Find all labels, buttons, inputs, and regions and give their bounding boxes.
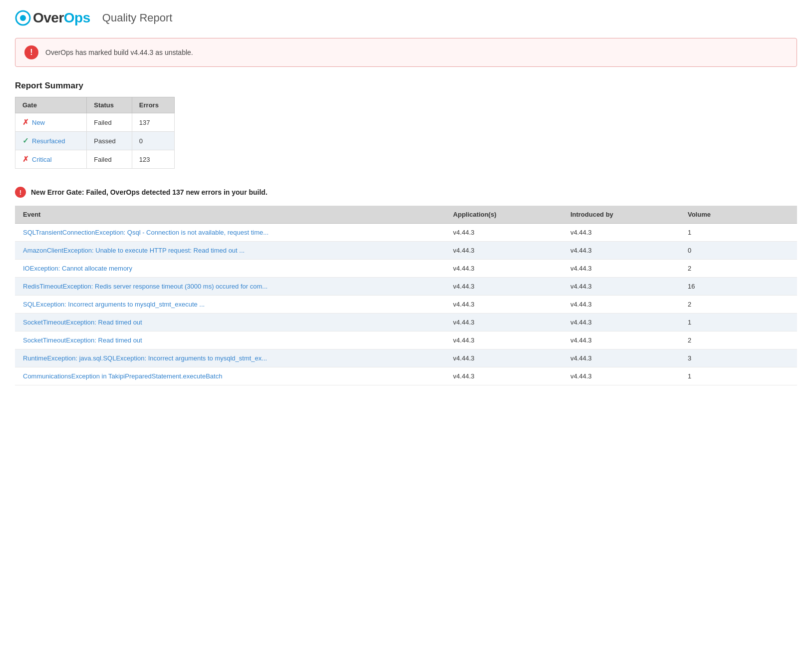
event-intro-cell: v4.44.3 bbox=[562, 296, 680, 314]
event-app-cell: v4.44.3 bbox=[445, 331, 562, 349]
events-col-intro: Introduced by bbox=[562, 206, 680, 224]
event-volume-cell: 16 bbox=[680, 278, 797, 296]
event-app-cell: v4.44.3 bbox=[445, 260, 562, 278]
summary-col-status: Status bbox=[87, 97, 132, 113]
event-link[interactable]: SocketTimeoutException: Read timed out bbox=[23, 319, 142, 326]
summary-status-cell: Failed bbox=[87, 150, 132, 169]
summary-gate-cell: ✗ New bbox=[15, 113, 87, 132]
events-col-volume: Volume bbox=[680, 206, 797, 224]
report-summary-section: Report Summary Gate Status Errors ✗ New … bbox=[15, 81, 797, 169]
event-row: IOException: Cannot allocate memoryv4.44… bbox=[15, 260, 797, 278]
event-volume-cell: 1 bbox=[680, 224, 797, 242]
summary-row: ✗ Critical Failed123 bbox=[15, 150, 175, 169]
summary-gate-cell: ✓ Resurfaced bbox=[15, 132, 87, 150]
event-cell: AmazonClientException: Unable to execute… bbox=[15, 242, 445, 260]
summary-status-cell: Passed bbox=[87, 132, 132, 150]
event-row: SocketTimeoutException: Read timed outv4… bbox=[15, 314, 797, 331]
alert-message: OverOps has marked build v4.44.3 as unst… bbox=[45, 48, 193, 56]
page-header: OverOps Quality Report bbox=[15, 10, 797, 26]
event-link[interactable]: RedisTimeoutException: Redis server resp… bbox=[23, 283, 268, 290]
event-row: CommunicationsException in TakipiPrepare… bbox=[15, 367, 797, 385]
summary-status-cell: Failed bbox=[87, 113, 132, 132]
summary-row: ✗ New Failed137 bbox=[15, 113, 175, 132]
gate-alert-text: New Error Gate: Failed, OverOps detected… bbox=[31, 188, 268, 196]
event-intro-cell: v4.44.3 bbox=[562, 367, 680, 385]
event-intro-cell: v4.44.3 bbox=[562, 349, 680, 367]
event-app-cell: v4.44.3 bbox=[445, 367, 562, 385]
event-intro-cell: v4.44.3 bbox=[562, 278, 680, 296]
event-volume-cell: 0 bbox=[680, 242, 797, 260]
summary-errors-cell: 123 bbox=[132, 150, 174, 169]
summary-table: Gate Status Errors ✗ New Failed137 ✓ Res… bbox=[15, 97, 175, 169]
svg-point-1 bbox=[20, 15, 26, 21]
event-row: SocketTimeoutException: Read timed outv4… bbox=[15, 331, 797, 349]
page-title: Quality Report bbox=[102, 11, 173, 24]
event-volume-cell: 1 bbox=[680, 314, 797, 331]
summary-col-gate: Gate bbox=[15, 97, 87, 113]
event-intro-cell: v4.44.3 bbox=[562, 314, 680, 331]
gate-link[interactable]: New bbox=[32, 119, 45, 126]
event-link[interactable]: CommunicationsException in TakipiPrepare… bbox=[23, 372, 222, 380]
summary-errors-cell: 137 bbox=[132, 113, 174, 132]
event-cell: SocketTimeoutException: Read timed out bbox=[15, 314, 445, 331]
event-link[interactable]: SQLException: Incorrect arguments to mys… bbox=[23, 301, 205, 308]
event-cell: SQLTransientConnectionException: Qsql - … bbox=[15, 224, 445, 242]
events-table: Event Application(s) Introduced by Volum… bbox=[15, 206, 797, 385]
event-cell: SQLException: Incorrect arguments to mys… bbox=[15, 296, 445, 314]
event-app-cell: v4.44.3 bbox=[445, 314, 562, 331]
event-link[interactable]: SocketTimeoutException: Read timed out bbox=[23, 336, 142, 344]
gate-link[interactable]: Critical bbox=[32, 156, 52, 163]
summary-errors-cell: 0 bbox=[132, 132, 174, 150]
event-app-cell: v4.44.3 bbox=[445, 349, 562, 367]
event-app-cell: v4.44.3 bbox=[445, 278, 562, 296]
event-volume-cell: 2 bbox=[680, 296, 797, 314]
gate-alert: ! New Error Gate: Failed, OverOps detect… bbox=[15, 187, 797, 198]
event-row: SQLTransientConnectionException: Qsql - … bbox=[15, 224, 797, 242]
summary-gate-cell: ✗ Critical bbox=[15, 150, 87, 169]
event-link[interactable]: AmazonClientException: Unable to execute… bbox=[23, 247, 245, 254]
summary-section-title: Report Summary bbox=[15, 81, 797, 91]
event-intro-cell: v4.44.3 bbox=[562, 224, 680, 242]
event-volume-cell: 3 bbox=[680, 349, 797, 367]
event-link[interactable]: RuntimeException: java.sql.SQLException:… bbox=[23, 354, 267, 362]
logo: OverOps bbox=[15, 10, 90, 26]
overops-logo-icon bbox=[15, 10, 31, 26]
event-volume-cell: 1 bbox=[680, 367, 797, 385]
events-col-app: Application(s) bbox=[445, 206, 562, 224]
event-app-cell: v4.44.3 bbox=[445, 296, 562, 314]
event-cell: CommunicationsException in TakipiPrepare… bbox=[15, 367, 445, 385]
event-cell: RedisTimeoutException: Redis server resp… bbox=[15, 278, 445, 296]
event-app-cell: v4.44.3 bbox=[445, 224, 562, 242]
event-app-cell: v4.44.3 bbox=[445, 242, 562, 260]
event-volume-cell: 2 bbox=[680, 260, 797, 278]
gate-alert-icon: ! bbox=[15, 187, 26, 198]
event-volume-cell: 2 bbox=[680, 331, 797, 349]
event-row: SQLException: Incorrect arguments to mys… bbox=[15, 296, 797, 314]
event-intro-cell: v4.44.3 bbox=[562, 260, 680, 278]
event-row: RedisTimeoutException: Redis server resp… bbox=[15, 278, 797, 296]
summary-col-errors: Errors bbox=[132, 97, 174, 113]
alert-icon: ! bbox=[24, 45, 38, 59]
gate-link[interactable]: Resurfaced bbox=[32, 137, 65, 145]
event-row: AmazonClientException: Unable to execute… bbox=[15, 242, 797, 260]
events-col-event: Event bbox=[15, 206, 445, 224]
event-intro-cell: v4.44.3 bbox=[562, 331, 680, 349]
x-icon: ✗ bbox=[22, 118, 29, 127]
event-cell: IOException: Cannot allocate memory bbox=[15, 260, 445, 278]
event-cell: SocketTimeoutException: Read timed out bbox=[15, 331, 445, 349]
summary-row: ✓ Resurfaced Passed0 bbox=[15, 132, 175, 150]
x-icon: ✗ bbox=[22, 155, 29, 164]
event-link[interactable]: IOException: Cannot allocate memory bbox=[23, 265, 132, 272]
event-row: RuntimeException: java.sql.SQLException:… bbox=[15, 349, 797, 367]
event-link[interactable]: SQLTransientConnectionException: Qsql - … bbox=[23, 229, 269, 236]
event-intro-cell: v4.44.3 bbox=[562, 242, 680, 260]
alert-banner: ! OverOps has marked build v4.44.3 as un… bbox=[15, 38, 797, 67]
check-icon: ✓ bbox=[22, 136, 29, 145]
event-cell: RuntimeException: java.sql.SQLException:… bbox=[15, 349, 445, 367]
logo-text: OverOps bbox=[33, 10, 90, 26]
